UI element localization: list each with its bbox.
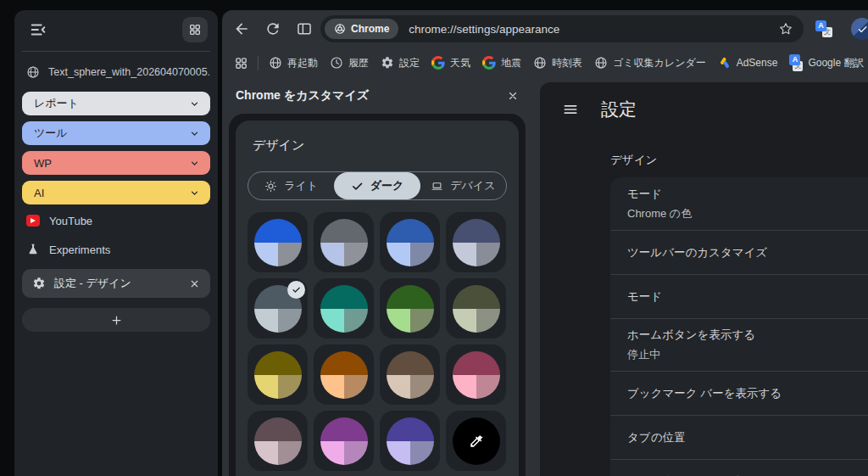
close-tab-icon[interactable] [189,278,200,289]
close-panel-icon[interactable] [507,90,519,102]
theme-swatch[interactable] [446,344,506,405]
theme-swatch[interactable] [314,411,374,471]
address-bar[interactable]: Chrome chrome://settings/appearance [320,15,804,42]
mode-segment[interactable]: ダーク [334,172,420,199]
settings-row[interactable]: モード Chrome の色 [610,177,868,230]
theme-color-circle [320,285,368,333]
design-section-title: デザイン [253,137,507,154]
settings-row[interactable]: ツールバーのカスタマイズ [610,230,868,274]
sidebar-tab-active-settings[interactable]: 設定 - デザイン [22,269,210,298]
theme-swatch[interactable] [446,278,506,339]
chevron-down-icon [189,128,200,139]
theme-swatch[interactable] [314,344,374,405]
theme-swatch[interactable] [314,212,374,272]
site-chip[interactable]: Chrome [325,19,398,39]
bookmarks-bar: 再起動 履歴 設定 天気 地震 時刻表 ゴミ収集カレンダー AdSense 文A… [222,48,868,78]
youtube-icon [26,214,40,227]
bookmark-star-icon[interactable] [778,21,793,36]
sidebar-divider [22,51,210,52]
side-panel-icon[interactable] [296,20,313,37]
settings-row[interactable]: ホームボタンを表示する 停止中 [610,318,868,371]
settings-row-label: モード [627,187,854,202]
theme-swatch[interactable] [248,278,308,339]
theme-swatch[interactable] [380,212,440,272]
apps-grid-icon[interactable] [234,56,248,70]
tab-group-pill[interactable]: AI [22,181,210,204]
google-icon [482,56,496,70]
bookmark-item[interactable]: 再起動 [269,56,318,70]
theme-swatch[interactable] [248,344,308,405]
panel-title: Chrome をカスタマイズ [236,88,507,104]
settings-row-label: ホームボタンを表示する [627,328,854,343]
extension-button[interactable] [851,18,868,40]
sun-icon [264,180,277,193]
url-text[interactable]: chrome://settings/appearance [409,23,778,36]
tab-group-pill[interactable]: WP [22,151,210,175]
sidebar-tab[interactable]: YouTube [14,208,218,233]
theme-color-circle [320,351,368,399]
settings-row[interactable]: タブ検索のボタンを表示する [610,459,868,476]
theme-swatch[interactable] [314,278,374,339]
laptop-icon [431,180,443,193]
tab-group-label: WP [34,157,189,170]
theme-swatch[interactable] [380,411,440,471]
gear-icon [32,277,46,290]
sidebar-tab[interactable]: Experiments [14,237,218,262]
tab-group-label: AI [34,187,189,199]
theme-color-circle [320,219,368,266]
tab-groups-button[interactable] [182,17,208,42]
bookmark-item[interactable]: 地震 [482,56,521,70]
new-tab-button[interactable] [22,308,210,332]
back-button[interactable] [233,20,250,37]
mode-segment[interactable]: ライト [248,172,334,199]
tab-group-label: ツール [34,126,189,141]
settings-card: モード Chrome の色 ツールバーのカスタマイズ モード ホームボタンを表示… [610,177,868,476]
sidebar-header [14,10,218,49]
sidebar-tab-image[interactable]: Text_sphere_with_202604070005.j [14,59,218,86]
hamburger-menu-icon[interactable] [562,101,579,118]
settings-row[interactable]: モード [610,274,868,318]
bookmark-item[interactable]: 時刻表 [533,56,582,70]
theme-color-circle [387,285,434,333]
reload-button[interactable] [264,20,281,37]
bookmark-item[interactable]: AdSense [718,56,778,70]
tab-label: YouTube [49,215,92,227]
bookmark-item[interactable]: ゴミ収集カレンダー [594,56,706,70]
theme-swatch[interactable] [380,278,440,339]
globe-icon [533,56,547,70]
bookmark-label: 地震 [501,56,521,70]
bookmark-label: 設定 [399,56,420,70]
theme-color-circle [453,351,500,399]
theme-color-circle [387,351,434,399]
theme-swatch[interactable] [380,344,440,405]
theme-swatch[interactable] [248,212,308,272]
toolbar: Chrome chrome://settings/appearance 文A [222,10,868,48]
collapse-sidebar-icon[interactable] [29,20,47,39]
tab-group-pill[interactable]: レポート [22,92,210,115]
settings-page: 設定 デザイン モード Chrome の色 ツールバーのカスタマイズ モード ホ… [540,82,868,476]
settings-row[interactable]: ブックマーク バーを表示する [610,371,868,415]
tab-group-pill[interactable]: ツール [22,121,210,145]
theme-grid [248,212,507,471]
bookmark-item[interactable]: 履歴 [330,56,369,70]
segment-label: ライト [284,178,318,193]
settings-row-sublabel: Chrome の色 [627,206,854,221]
theme-swatch[interactable] [248,411,308,471]
history-icon [330,56,343,70]
bookmark-item[interactable]: 設定 [381,56,420,70]
theme-swatch[interactable] [446,212,506,272]
settings-header: 設定 [540,82,868,121]
bookmark-item[interactable]: 天気 [431,56,470,70]
mode-segment[interactable]: デバイス [420,172,506,199]
color-picker-button[interactable] [446,411,506,471]
settings-row[interactable]: タブの位置 [610,415,868,459]
segment-label: デバイス [450,178,495,193]
browser-window: Chrome chrome://settings/appearance 文A 再… [222,10,868,476]
bookmark-item[interactable]: 文A Google 翻訳 [789,56,864,70]
check-extension-icon [851,18,868,40]
plus-icon [110,314,123,327]
content-area: Chrome をカスタマイズ デザイン ライト ダーク デバイス [222,78,868,476]
translate-button[interactable]: 文A [815,20,832,37]
adsense-icon [718,56,732,70]
theme-color-circle [254,219,302,266]
